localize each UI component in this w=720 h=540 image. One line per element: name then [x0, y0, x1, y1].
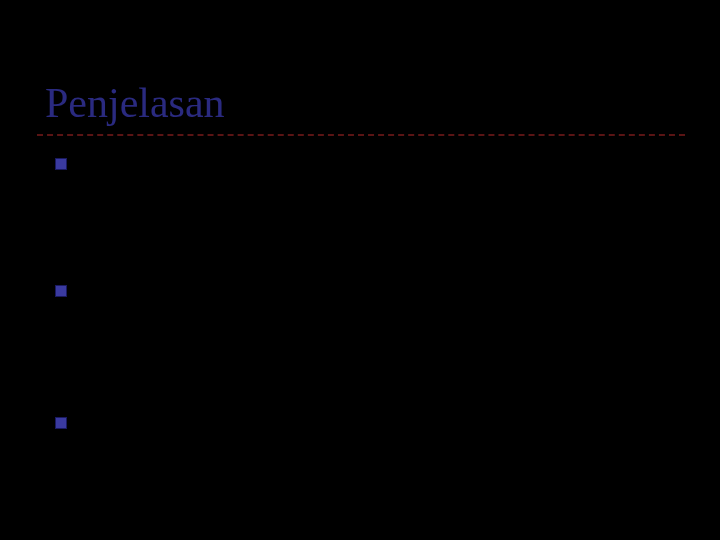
- slide-title: Penjelasan: [45, 79, 225, 127]
- bullet-icon: [55, 285, 67, 297]
- slide-container: Penjelasan: [18, 18, 702, 516]
- title-underline: [37, 134, 685, 136]
- bullet-icon: [55, 417, 67, 429]
- bullet-icon: [55, 158, 67, 170]
